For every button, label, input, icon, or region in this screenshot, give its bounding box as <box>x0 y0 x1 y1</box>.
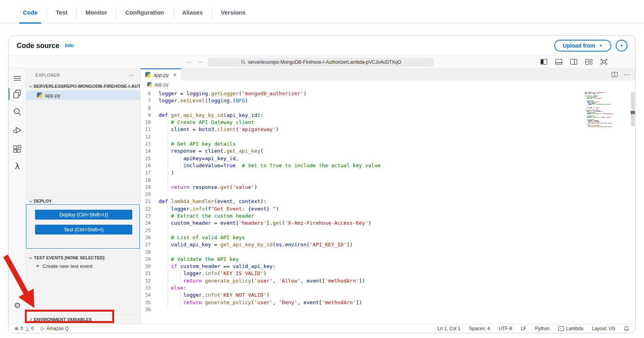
project-name: SERVERLESSREPO-MONGODB-FIREHOSE-I-AUTHOR… <box>33 84 140 89</box>
upload-from-label: Upload from <box>563 42 595 49</box>
encoding-setting[interactable]: UTF-8 <box>499 326 512 331</box>
run-debug-activity-icon[interactable] <box>9 124 26 137</box>
code-line[interactable]: 15 apiKey=api_key_id, <box>141 155 635 162</box>
code-line[interactable]: 10 # Create API Gateway client <box>141 119 635 126</box>
code-line[interactable]: 9def get_api_key_by_id(api_key_id): <box>141 112 635 119</box>
warnings-indicator[interactable]: △ 0 <box>26 326 34 331</box>
tab-aliases[interactable]: Aliases <box>173 4 212 23</box>
code-line[interactable]: 31 logger.info('KEY IS VALID') <box>141 270 635 277</box>
code-line[interactable]: 30 if custom_header == valid_api_key: <box>141 263 635 270</box>
aws-lambda-activity-icon[interactable]: λ <box>9 160 26 173</box>
code-line[interactable]: 20 <box>141 191 635 198</box>
chevron-down-icon <box>29 84 32 87</box>
cursor-position[interactable]: Ln 1, Col 1 <box>437 326 460 331</box>
page-tabs: CodeTestMonitorConfigurationAliasesVersi… <box>0 4 644 23</box>
language-mode[interactable]: Python <box>535 326 550 331</box>
code-line[interactable]: 28 <box>141 249 635 256</box>
code-line[interactable]: 11 client = boto3.client('apigateway') <box>141 126 635 133</box>
breadcrumb-label: app.py <box>154 82 168 87</box>
code-line[interactable]: 27 valid_api_key = get_api_key_by_id(os.… <box>141 241 635 248</box>
lambda-runtime-indicator[interactable]: >_ Lambda <box>558 326 583 331</box>
function-search-input[interactable]: serverlessrepo-MongoDB-Firehose-I-Author… <box>208 58 434 66</box>
code-lines: 6logger = logging.getLogger('mongodb_aut… <box>141 90 635 313</box>
code-line[interactable]: 16 includeValue=True # Set to True to in… <box>141 162 635 169</box>
split-editor-icon[interactable] <box>612 72 618 77</box>
explorer-activity-icon[interactable] <box>9 87 26 101</box>
search-activity-icon[interactable] <box>9 105 26 118</box>
toggle-left-panel-icon[interactable] <box>540 59 547 65</box>
close-tab-icon[interactable]: × <box>173 72 176 78</box>
editor-pane: app.py × ⋯ app.py 6logger = logging.getL… <box>141 68 635 324</box>
notifications-bell-icon[interactable] <box>624 326 629 331</box>
code-line[interactable]: 24 custom_header = event['headers'].get(… <box>141 220 635 227</box>
layout-presets-icon[interactable] <box>585 59 592 65</box>
code-line[interactable]: 23 # Extract the custom header <box>141 212 635 220</box>
code-line[interactable]: 8 <box>141 105 635 112</box>
hamburger-menu-icon[interactable] <box>9 72 26 85</box>
plus-icon: + <box>36 263 39 269</box>
test-button[interactable]: Test (Ctrl+Shift+I) <box>35 225 132 235</box>
extensions-activity-icon[interactable] <box>9 142 26 155</box>
lambda-console-page: CodeTestMonitorConfigurationAliasesVersi… <box>0 0 644 338</box>
code-line[interactable]: 14 response = client.get_api_key( <box>141 148 635 155</box>
settings-gear-icon[interactable]: ⚙ <box>9 299 26 312</box>
keyboard-layout-indicator[interactable]: Layout: US <box>592 326 615 331</box>
nav-back-button[interactable]: ← <box>186 58 192 65</box>
code-editor[interactable]: 6logger = logging.getLogger('mongodb_aut… <box>141 89 635 324</box>
fullscreen-icon[interactable] <box>601 59 607 65</box>
code-line[interactable]: 17 ) <box>141 169 635 176</box>
file-name: app.py <box>45 92 60 98</box>
tab-code[interactable]: Code <box>14 4 47 23</box>
code-line[interactable]: 26 # List of valid API keys <box>141 234 635 241</box>
code-line[interactable]: 21def lambda_handler(event, context): <box>141 198 635 205</box>
editor-tab-app-py[interactable]: app.py × <box>141 68 181 80</box>
minimap[interactable] <box>585 92 629 129</box>
deploy-box: Deploy (Ctrl+Shift+U) Test (Ctrl+Shift+I… <box>26 204 140 249</box>
deploy-section-header[interactable]: DEPLOY <box>26 196 140 205</box>
project-tree-item[interactable]: SERVERLESSREPO-MONGODB-FIREHOSE-I-AUTHOR… <box>26 82 140 91</box>
tab-versions[interactable]: Versions <box>212 4 255 23</box>
toggle-right-panel-icon[interactable] <box>570 59 577 65</box>
function-search-value: serverlessrepo-MongoDB-Firehose-I-Author… <box>248 59 402 65</box>
code-line[interactable]: 35 return generate_policy('user', 'Deny'… <box>141 299 635 306</box>
code-line[interactable]: 34 logger.info('KEY NOT VALID') <box>141 292 635 299</box>
deploy-button[interactable]: Deploy (Ctrl+Shift+U) <box>35 210 132 220</box>
file-item-app-py[interactable]: app.py <box>26 91 140 100</box>
code-line[interactable]: 36 <box>141 306 635 313</box>
indentation-setting[interactable]: Spaces: 4 <box>469 326 490 331</box>
code-line[interactable]: 13 # Get API key details <box>141 140 635 148</box>
create-new-test-event-button[interactable]: + Create new test event <box>26 261 93 271</box>
tab-configuration[interactable]: Configuration <box>116 4 173 23</box>
code-line[interactable]: 6logger = logging.getLogger('mongodb_aut… <box>141 90 635 97</box>
toggle-bottom-panel-icon[interactable] <box>555 59 562 65</box>
python-file-icon <box>147 82 152 87</box>
code-line[interactable]: 12 <box>141 133 635 140</box>
code-line[interactable]: 32 return generate_policy('user', 'Allow… <box>141 277 635 284</box>
tab-monitor[interactable]: Monitor <box>76 4 116 23</box>
collapse-panel-button[interactable]: ▼ <box>616 40 627 52</box>
editor-more-icon[interactable]: ⋯ <box>624 71 630 78</box>
chevron-right-icon <box>29 318 32 321</box>
errors-indicator[interactable]: ⊗ 0 <box>15 326 23 331</box>
code-line[interactable]: 18 <box>141 177 635 184</box>
code-line[interactable]: 29 # Validate the API key <box>141 256 635 263</box>
info-link[interactable]: Info <box>65 43 74 48</box>
code-line[interactable]: 25 <box>141 227 635 234</box>
explorer-panel: EXPLORER ⋯ SERVERLESSREPO-MONGODB-FIREHO… <box>26 68 141 324</box>
upload-from-button[interactable]: Upload from ▼ <box>554 40 611 52</box>
explorer-more-icon[interactable]: ⋯ <box>129 72 135 78</box>
code-line[interactable]: 33 else: <box>141 284 635 292</box>
code-line[interactable]: 19 return response.get('value') <box>141 184 635 191</box>
code-line[interactable]: 22 logger.info(f"Got Event: {event} ") <box>141 205 635 212</box>
editor-scrollbar[interactable] <box>631 89 635 324</box>
nav-forward-button[interactable]: → <box>197 58 203 65</box>
breadcrumb[interactable]: app.py <box>141 80 635 89</box>
code-line[interactable]: 7logger.setLevel(logging.INFO) <box>141 97 635 104</box>
code-source-header: Code source Info Upload from ▼ ▼ <box>9 36 635 55</box>
test-events-section-header[interactable]: TEST EVENTS [NONE SELECTED] <box>26 253 140 262</box>
environment-variables-section-header[interactable]: ENVIRONMENT VARIABLES <box>26 315 140 323</box>
eol-setting[interactable]: LF <box>521 326 526 331</box>
tab-test[interactable]: Test <box>47 4 77 23</box>
amazon-q-button[interactable]: ▷ Amazon Q <box>41 326 69 331</box>
activity-bar: λ ⚙ <box>9 68 26 324</box>
